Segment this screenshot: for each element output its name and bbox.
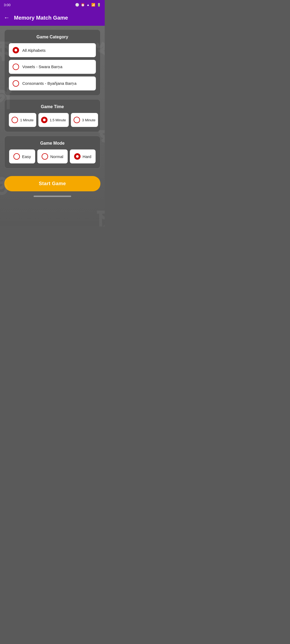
game-mode-card: Game Mode Easy Normal Hard bbox=[4, 136, 100, 169]
radio-vowels bbox=[13, 64, 19, 70]
time-3min-label: 3 Minute bbox=[82, 118, 96, 122]
time-options-group: 1 Minute 1.5 Minute 3 Minute bbox=[9, 113, 96, 127]
radio-consonants bbox=[13, 80, 19, 87]
category-vowels-label: Vowels - Swara Barṇa bbox=[22, 64, 62, 69]
back-icon: ← bbox=[4, 14, 10, 21]
radio-easy bbox=[13, 153, 20, 160]
game-time-card: Game Time 1 Minute 1.5 Minute 3 Minute bbox=[4, 99, 100, 132]
main-content: ক খ গ ঘ ঙ চ Game Category All Alphabets … bbox=[0, 26, 105, 226]
time-1min[interactable]: 1 Minute bbox=[9, 113, 36, 127]
mode-easy[interactable]: Easy bbox=[9, 149, 35, 163]
radio-normal bbox=[42, 153, 48, 160]
category-consonants[interactable]: Consonants - Byañjana Barṇa bbox=[9, 76, 96, 90]
mode-options-group: Easy Normal Hard bbox=[9, 149, 96, 163]
mode-normal[interactable]: Normal bbox=[37, 149, 67, 163]
category-consonants-label: Consonants - Byañjana Barṇa bbox=[22, 81, 77, 86]
notification-icon: ⚪ bbox=[75, 3, 79, 7]
mode-normal-label: Normal bbox=[50, 154, 63, 159]
bg-decor-6: চ bbox=[97, 200, 105, 226]
radio-hard bbox=[74, 153, 81, 160]
alarm-icon: ⏰ bbox=[81, 3, 85, 7]
game-category-title: Game Category bbox=[9, 35, 96, 39]
status-time: 3:00 bbox=[4, 3, 10, 7]
signal-icon: 📶 bbox=[91, 3, 95, 7]
time-1-5min-label: 1.5 Minute bbox=[50, 118, 66, 122]
game-category-card: Game Category All Alphabets Vowels - Swa… bbox=[4, 30, 100, 96]
time-1min-label: 1 Minute bbox=[20, 118, 34, 122]
bottom-nav-indicator bbox=[34, 196, 71, 197]
mode-hard-label: Hard bbox=[83, 154, 92, 159]
back-button[interactable]: ← bbox=[4, 14, 10, 21]
game-time-title: Game Time bbox=[9, 104, 96, 109]
wifi-icon: ▲ bbox=[86, 3, 90, 7]
radio-3min bbox=[74, 117, 80, 123]
category-all-alphabets[interactable]: All Alphabets bbox=[9, 43, 96, 57]
radio-1-5min bbox=[41, 117, 48, 123]
page-title: Memory Match Game bbox=[14, 15, 68, 21]
category-all-alphabets-label: All Alphabets bbox=[22, 48, 46, 53]
time-3min[interactable]: 3 Minute bbox=[71, 113, 98, 127]
toolbar: ← Memory Match Game bbox=[0, 10, 105, 26]
radio-all-alphabets bbox=[13, 47, 19, 53]
time-1-5min[interactable]: 1.5 Minute bbox=[38, 113, 69, 127]
status-bar: 3:00 ⚪ ⏰ ▲ 📶 🔋 bbox=[0, 0, 105, 10]
category-vowels[interactable]: Vowels - Swara Barṇa bbox=[9, 60, 96, 74]
status-icons: ⚪ ⏰ ▲ 📶 🔋 bbox=[75, 3, 101, 7]
mode-hard[interactable]: Hard bbox=[70, 149, 96, 163]
game-mode-title: Game Mode bbox=[9, 141, 96, 146]
mode-easy-label: Easy bbox=[22, 154, 31, 159]
battery-icon: 🔋 bbox=[97, 3, 101, 7]
start-game-button[interactable]: Start Game bbox=[4, 176, 100, 191]
radio-1min bbox=[12, 117, 18, 123]
